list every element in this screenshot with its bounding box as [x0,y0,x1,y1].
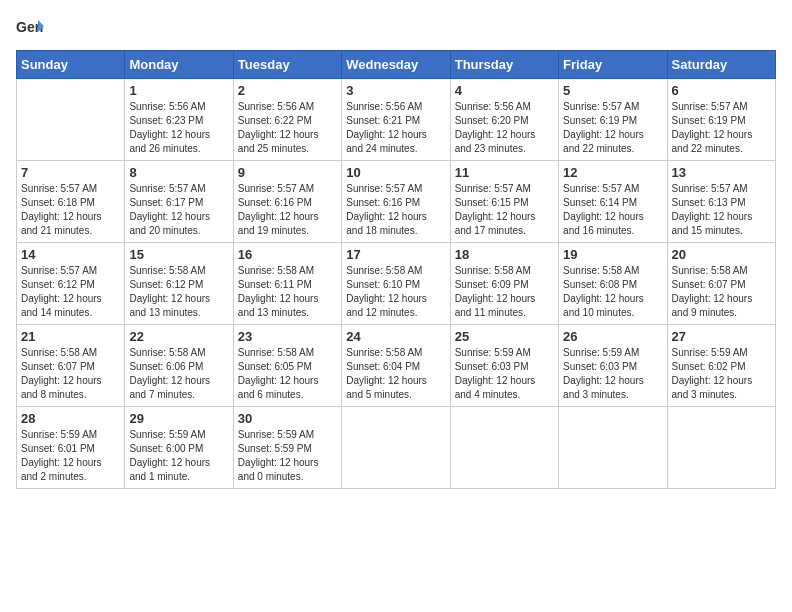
calendar-cell: 27Sunrise: 5:59 AM Sunset: 6:02 PM Dayli… [667,325,775,407]
day-of-week-header: Sunday [17,51,125,79]
day-number: 5 [563,83,662,98]
day-info: Sunrise: 5:59 AM Sunset: 6:03 PM Dayligh… [455,346,554,402]
calendar-cell [667,407,775,489]
day-info: Sunrise: 5:57 AM Sunset: 6:12 PM Dayligh… [21,264,120,320]
day-number: 13 [672,165,771,180]
calendar-cell: 3Sunrise: 5:56 AM Sunset: 6:21 PM Daylig… [342,79,450,161]
calendar-cell: 19Sunrise: 5:58 AM Sunset: 6:08 PM Dayli… [559,243,667,325]
calendar-cell: 22Sunrise: 5:58 AM Sunset: 6:06 PM Dayli… [125,325,233,407]
calendar-cell [342,407,450,489]
calendar-cell: 11Sunrise: 5:57 AM Sunset: 6:15 PM Dayli… [450,161,558,243]
day-info: Sunrise: 5:57 AM Sunset: 6:18 PM Dayligh… [21,182,120,238]
day-number: 27 [672,329,771,344]
day-info: Sunrise: 5:56 AM Sunset: 6:20 PM Dayligh… [455,100,554,156]
calendar-cell: 13Sunrise: 5:57 AM Sunset: 6:13 PM Dayli… [667,161,775,243]
calendar-cell: 25Sunrise: 5:59 AM Sunset: 6:03 PM Dayli… [450,325,558,407]
day-info: Sunrise: 5:56 AM Sunset: 6:23 PM Dayligh… [129,100,228,156]
day-number: 21 [21,329,120,344]
day-of-week-header: Tuesday [233,51,341,79]
logo: General [16,16,48,38]
day-number: 23 [238,329,337,344]
calendar-cell: 16Sunrise: 5:58 AM Sunset: 6:11 PM Dayli… [233,243,341,325]
calendar-cell: 18Sunrise: 5:58 AM Sunset: 6:09 PM Dayli… [450,243,558,325]
day-number: 19 [563,247,662,262]
day-of-week-header: Friday [559,51,667,79]
day-info: Sunrise: 5:57 AM Sunset: 6:17 PM Dayligh… [129,182,228,238]
day-of-week-header: Thursday [450,51,558,79]
calendar-cell [17,79,125,161]
day-info: Sunrise: 5:58 AM Sunset: 6:06 PM Dayligh… [129,346,228,402]
day-info: Sunrise: 5:58 AM Sunset: 6:04 PM Dayligh… [346,346,445,402]
day-number: 8 [129,165,228,180]
day-of-week-header: Wednesday [342,51,450,79]
day-number: 20 [672,247,771,262]
day-info: Sunrise: 5:56 AM Sunset: 6:21 PM Dayligh… [346,100,445,156]
day-info: Sunrise: 5:57 AM Sunset: 6:16 PM Dayligh… [346,182,445,238]
day-number: 14 [21,247,120,262]
day-number: 25 [455,329,554,344]
calendar-cell: 12Sunrise: 5:57 AM Sunset: 6:14 PM Dayli… [559,161,667,243]
day-info: Sunrise: 5:56 AM Sunset: 6:22 PM Dayligh… [238,100,337,156]
calendar-cell: 17Sunrise: 5:58 AM Sunset: 6:10 PM Dayli… [342,243,450,325]
calendar-cell: 20Sunrise: 5:58 AM Sunset: 6:07 PM Dayli… [667,243,775,325]
calendar-cell: 6Sunrise: 5:57 AM Sunset: 6:19 PM Daylig… [667,79,775,161]
day-number: 26 [563,329,662,344]
day-number: 29 [129,411,228,426]
day-info: Sunrise: 5:59 AM Sunset: 6:03 PM Dayligh… [563,346,662,402]
calendar-cell: 15Sunrise: 5:58 AM Sunset: 6:12 PM Dayli… [125,243,233,325]
day-info: Sunrise: 5:57 AM Sunset: 6:15 PM Dayligh… [455,182,554,238]
day-number: 17 [346,247,445,262]
day-info: Sunrise: 5:59 AM Sunset: 5:59 PM Dayligh… [238,428,337,484]
calendar-cell: 24Sunrise: 5:58 AM Sunset: 6:04 PM Dayli… [342,325,450,407]
calendar-cell: 8Sunrise: 5:57 AM Sunset: 6:17 PM Daylig… [125,161,233,243]
calendar-table: SundayMondayTuesdayWednesdayThursdayFrid… [16,50,776,489]
calendar-cell: 1Sunrise: 5:56 AM Sunset: 6:23 PM Daylig… [125,79,233,161]
day-info: Sunrise: 5:58 AM Sunset: 6:07 PM Dayligh… [672,264,771,320]
day-number: 15 [129,247,228,262]
day-info: Sunrise: 5:58 AM Sunset: 6:08 PM Dayligh… [563,264,662,320]
day-info: Sunrise: 5:59 AM Sunset: 6:00 PM Dayligh… [129,428,228,484]
calendar-week-row: 14Sunrise: 5:57 AM Sunset: 6:12 PM Dayli… [17,243,776,325]
day-info: Sunrise: 5:57 AM Sunset: 6:14 PM Dayligh… [563,182,662,238]
day-info: Sunrise: 5:58 AM Sunset: 6:10 PM Dayligh… [346,264,445,320]
day-number: 4 [455,83,554,98]
day-info: Sunrise: 5:59 AM Sunset: 6:01 PM Dayligh… [21,428,120,484]
page-header: General [16,16,776,38]
calendar-cell: 5Sunrise: 5:57 AM Sunset: 6:19 PM Daylig… [559,79,667,161]
day-number: 28 [21,411,120,426]
day-info: Sunrise: 5:58 AM Sunset: 6:09 PM Dayligh… [455,264,554,320]
day-of-week-header: Saturday [667,51,775,79]
calendar-cell [559,407,667,489]
calendar-cell: 7Sunrise: 5:57 AM Sunset: 6:18 PM Daylig… [17,161,125,243]
day-info: Sunrise: 5:58 AM Sunset: 6:12 PM Dayligh… [129,264,228,320]
day-of-week-header: Monday [125,51,233,79]
calendar-week-row: 21Sunrise: 5:58 AM Sunset: 6:07 PM Dayli… [17,325,776,407]
day-number: 9 [238,165,337,180]
day-number: 6 [672,83,771,98]
day-info: Sunrise: 5:59 AM Sunset: 6:02 PM Dayligh… [672,346,771,402]
day-info: Sunrise: 5:58 AM Sunset: 6:07 PM Dayligh… [21,346,120,402]
day-number: 3 [346,83,445,98]
calendar-week-row: 28Sunrise: 5:59 AM Sunset: 6:01 PM Dayli… [17,407,776,489]
day-number: 12 [563,165,662,180]
calendar-header-row: SundayMondayTuesdayWednesdayThursdayFrid… [17,51,776,79]
calendar-cell: 29Sunrise: 5:59 AM Sunset: 6:00 PM Dayli… [125,407,233,489]
calendar-week-row: 1Sunrise: 5:56 AM Sunset: 6:23 PM Daylig… [17,79,776,161]
day-number: 24 [346,329,445,344]
day-info: Sunrise: 5:58 AM Sunset: 6:11 PM Dayligh… [238,264,337,320]
day-info: Sunrise: 5:57 AM Sunset: 6:19 PM Dayligh… [672,100,771,156]
day-number: 30 [238,411,337,426]
day-number: 2 [238,83,337,98]
day-number: 11 [455,165,554,180]
day-number: 16 [238,247,337,262]
calendar-cell: 14Sunrise: 5:57 AM Sunset: 6:12 PM Dayli… [17,243,125,325]
calendar-cell [450,407,558,489]
calendar-cell: 4Sunrise: 5:56 AM Sunset: 6:20 PM Daylig… [450,79,558,161]
calendar-week-row: 7Sunrise: 5:57 AM Sunset: 6:18 PM Daylig… [17,161,776,243]
day-number: 7 [21,165,120,180]
day-info: Sunrise: 5:58 AM Sunset: 6:05 PM Dayligh… [238,346,337,402]
logo-icon: General [16,16,44,38]
day-number: 22 [129,329,228,344]
day-number: 10 [346,165,445,180]
calendar-cell: 10Sunrise: 5:57 AM Sunset: 6:16 PM Dayli… [342,161,450,243]
